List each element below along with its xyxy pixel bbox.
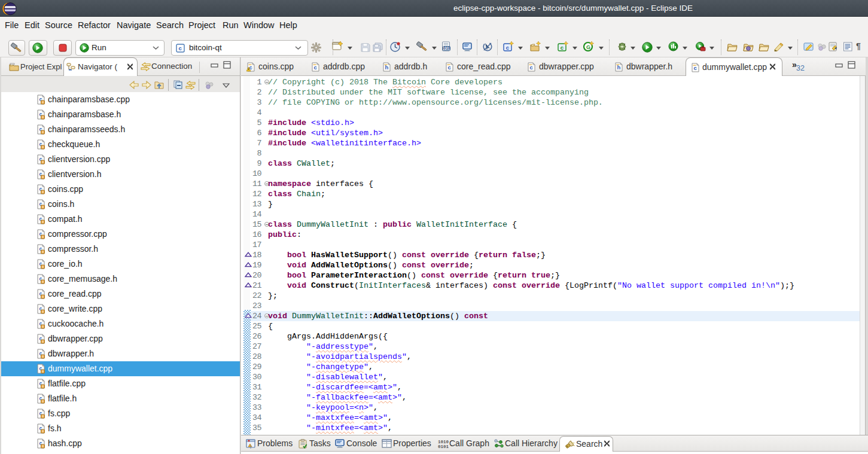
svg-text:c: c <box>178 45 181 51</box>
svg-text:c: c <box>561 44 564 51</box>
svg-text:G: G <box>586 44 590 50</box>
svg-text:c: c <box>506 44 509 51</box>
svg-text:010: 010 <box>444 46 450 50</box>
svg-text:0101: 0101 <box>438 444 449 449</box>
